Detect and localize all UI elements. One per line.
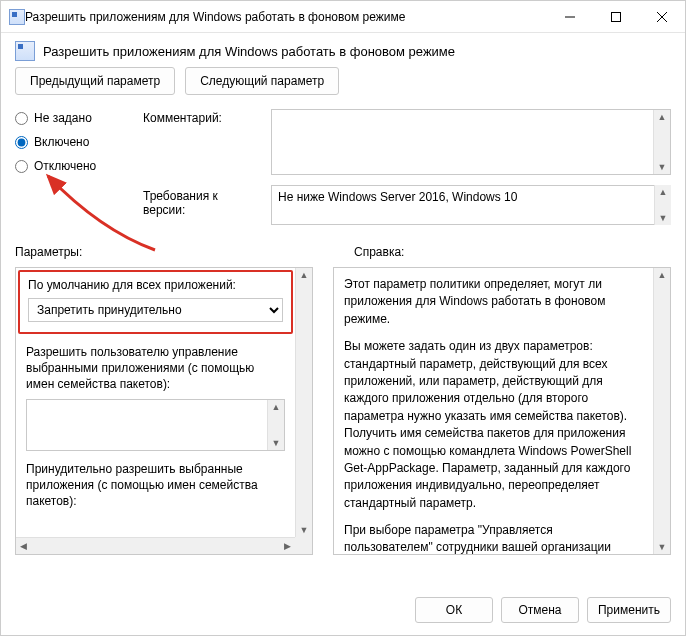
- next-setting-button[interactable]: Следующий параметр: [185, 67, 339, 95]
- help-paragraph: При выборе параметра "Управляется пользо…: [344, 522, 643, 554]
- scrollbar-vertical[interactable]: ▲ ▼: [653, 110, 670, 174]
- radio-enabled-input[interactable]: [15, 136, 28, 149]
- policy-icon: [15, 41, 35, 61]
- help-paragraph: Вы можете задать один из двух параметров…: [344, 338, 643, 512]
- highlighted-option: По умолчанию для всех приложений: Запрет…: [18, 270, 293, 334]
- allow-user-option-label: Разрешить пользователю управление выбран…: [26, 344, 285, 393]
- scrollbar-vertical[interactable]: ▲ ▼: [267, 400, 284, 450]
- nav-row: Предыдущий параметр Следующий параметр: [1, 67, 685, 105]
- version-box: Не ниже Windows Server 2016, Windows 10 …: [271, 185, 671, 225]
- ok-button[interactable]: ОК: [415, 597, 493, 623]
- sections-header-row: Параметры: Справка:: [1, 233, 685, 263]
- scroll-up-icon[interactable]: ▲: [300, 268, 309, 282]
- radio-disabled[interactable]: Отключено: [15, 159, 135, 173]
- radio-label: Включено: [34, 135, 89, 149]
- help-section-label: Справка:: [354, 245, 671, 259]
- scroll-corner: [295, 537, 312, 554]
- subheader: Разрешить приложениям для Windows работа…: [1, 33, 685, 67]
- radio-label: Не задано: [34, 111, 92, 125]
- radio-label: Отключено: [34, 159, 96, 173]
- footer-buttons: ОК Отмена Применить: [1, 587, 685, 635]
- radio-enabled[interactable]: Включено: [15, 135, 135, 149]
- scroll-down-icon[interactable]: ▼: [659, 211, 668, 225]
- svg-rect-0: [612, 12, 621, 21]
- version-row: Требования к версии: Не ниже Windows Ser…: [1, 175, 685, 233]
- scroll-left-icon[interactable]: ◀: [16, 541, 31, 551]
- scroll-up-icon[interactable]: ▲: [658, 110, 667, 124]
- scroll-up-icon[interactable]: ▲: [658, 268, 667, 282]
- titlebar: Разрешить приложениям для Windows работа…: [1, 1, 685, 33]
- options-panel: По умолчанию для всех приложений: Запрет…: [15, 267, 313, 555]
- default-option-select[interactable]: Запретить принудительно: [28, 298, 283, 322]
- help-paragraph: Этот параметр политики определяет, могут…: [344, 276, 643, 328]
- scrollbar-vertical[interactable]: ▲ ▼: [295, 268, 312, 537]
- scroll-down-icon[interactable]: ▼: [300, 523, 309, 537]
- version-value: Не ниже Windows Server 2016, Windows 10: [278, 190, 517, 204]
- policy-title: Разрешить приложениям для Windows работа…: [43, 44, 455, 59]
- scroll-down-icon[interactable]: ▼: [658, 540, 667, 554]
- comment-label: Комментарий:: [143, 109, 263, 125]
- help-text: Этот параметр политики определяет, могут…: [334, 268, 653, 554]
- state-radio-group: Не задано Включено Отключено: [15, 109, 135, 173]
- scroll-down-icon[interactable]: ▼: [272, 436, 281, 450]
- default-option-label: По умолчанию для всех приложений:: [28, 278, 283, 292]
- scrollbar-vertical[interactable]: ▲ ▼: [654, 185, 671, 225]
- close-button[interactable]: [639, 1, 685, 32]
- minimize-button[interactable]: [547, 1, 593, 32]
- app-icon: [9, 9, 25, 25]
- radio-disabled-input[interactable]: [15, 160, 28, 173]
- options-section-label: Параметры:: [15, 245, 330, 259]
- policy-editor-window: Разрешить приложениям для Windows работа…: [0, 0, 686, 636]
- scroll-up-icon[interactable]: ▲: [659, 185, 668, 199]
- help-panel: Этот параметр политики определяет, могут…: [333, 267, 671, 555]
- scroll-up-icon[interactable]: ▲: [272, 400, 281, 414]
- maximize-button[interactable]: [593, 1, 639, 32]
- panels-row: По умолчанию для всех приложений: Запрет…: [1, 263, 685, 587]
- cancel-button[interactable]: Отмена: [501, 597, 579, 623]
- apply-button[interactable]: Применить: [587, 597, 671, 623]
- allow-user-listbox[interactable]: ▲ ▼: [26, 399, 285, 451]
- force-allow-option-label: Принудительно разрешить выбранные прилож…: [26, 461, 285, 510]
- scroll-right-icon[interactable]: ▶: [280, 541, 295, 551]
- comment-textarea[interactable]: ▲ ▼: [271, 109, 671, 175]
- window-controls: [547, 1, 685, 32]
- radio-not-configured[interactable]: Не задано: [15, 111, 135, 125]
- window-title: Разрешить приложениям для Windows работа…: [25, 10, 547, 24]
- scrollbar-vertical[interactable]: ▲ ▼: [653, 268, 670, 554]
- radio-not-configured-input[interactable]: [15, 112, 28, 125]
- previous-setting-button[interactable]: Предыдущий параметр: [15, 67, 175, 95]
- config-row: Не задано Включено Отключено Комментарий…: [1, 105, 685, 175]
- scrollbar-horizontal[interactable]: ◀ ▶: [16, 537, 295, 554]
- version-label: Требования к версии:: [143, 185, 263, 217]
- scroll-down-icon[interactable]: ▼: [658, 160, 667, 174]
